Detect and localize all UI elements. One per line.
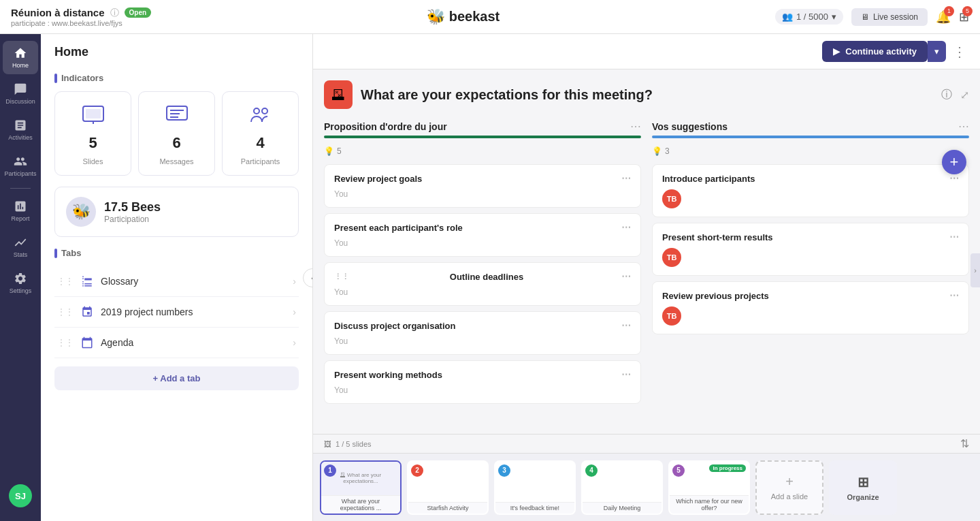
agenda-card-2-author: You [334,287,631,297]
agenda-card-0: Review project goals ⋯ You [324,164,641,208]
chart-icon [79,304,95,320]
sidebar-item-home[interactable]: Home [3,41,38,74]
live-session-button[interactable]: 🖥 Live session [851,8,928,26]
tab-glossary[interactable]: ⋮⋮ Glossary › [54,266,299,297]
add-slide-button[interactable]: + Add a slide [755,460,823,515]
agenda-card-4: Present working methods ⋯ You [324,360,641,404]
user-avatar[interactable]: SJ [9,484,32,507]
add-card-fab[interactable]: + [942,150,966,174]
indicators-bar [54,74,57,83]
toolbar-more-icon[interactable]: ⋮ [953,44,966,60]
plus-icon: + [785,474,794,490]
agenda-card-0-dots[interactable]: ⋯ [621,173,631,184]
participants-count[interactable]: 👥 1 / 5000 ▾ [775,9,843,25]
columns-area: Proposition d'ordre du jour ⋯ 💡 5 Review… [324,120,969,423]
organize-button[interactable]: ⊞ Organize [829,460,897,515]
suggestion-card-1-avatar: TB [662,248,681,267]
logo: 🐝 beekast [427,8,500,26]
sidebar-label-discussion: Discussion [5,98,35,105]
suggestion-card-2-avatar: TB [662,306,681,326]
drag-handle-icon: ⋮⋮ [57,307,74,317]
participants-count: 4 [256,134,264,152]
bees-label: Participation [104,215,161,224]
notification-badge-2: 5 [962,6,973,16]
slide-item-3[interactable]: 3 It's feedback time! [494,460,576,515]
tabs-bar [54,249,57,258]
slide-item-5[interactable]: 5 In progress Which name for our new off… [668,460,750,515]
messages-label: Messages [159,157,193,165]
logo-text: beekast [449,9,500,25]
suggestion-card-0: Introduce participants ⋯ TB [652,164,969,217]
status-badge: Open [125,7,152,18]
svg-rect-1 [86,109,101,119]
drag-handle-icon: ⋮⋮ [57,338,74,347]
add-tab-button[interactable]: + Add a tab [54,366,299,390]
chevron-down-icon: ▾ [832,12,836,22]
activity-title: What are your expectations for this meet… [361,87,933,103]
right-panel-collapse[interactable]: › [970,253,980,287]
suggestion-card-2-title: Review previous projects ⋯ [662,290,959,301]
slide-item-4[interactable]: 4 Daily Meeting [581,460,663,515]
play-icon: ▶ [833,46,840,57]
chevron-right-icon: › [293,306,296,317]
agenda-card-4-dots[interactable]: ⋯ [621,369,631,380]
slide-3-num: 3 [498,464,510,477]
participate-url: participate : www.beekast.live/fjys [11,19,151,27]
sidebar-divider [10,188,31,189]
indicators-grid: 5 Slides 6 Messages [54,91,299,176]
slide-item-1[interactable]: 1 🗳 What are your expectations... What a… [320,460,402,515]
notification-badge-1: 1 [944,6,954,16]
tab-project-numbers[interactable]: ⋮⋮ 2019 project numbers › [54,297,299,328]
notifications-button[interactable]: 🔔 1 [936,10,951,25]
sidebar-item-stats[interactable]: Stats [3,230,38,264]
participants-label: Participants [241,157,280,165]
right-column-meta: 💡 3 [652,146,969,156]
agenda-card-4-title: Present working methods ⋯ [334,369,631,380]
bees-logo-icon: 🐝 [66,197,96,227]
activity-header: 🗳 What are your expectations for this me… [324,80,969,109]
agenda-card-3-author: You [334,336,631,346]
main-layout: Home Discussion Activities Participants … [0,34,980,521]
left-column-title: Proposition d'ordre du jour [324,121,630,132]
agenda-card-4-author: You [334,385,631,395]
apps-button[interactable]: ⊞ 5 [959,10,969,25]
sidebar-item-activities[interactable]: Activities [3,113,38,146]
continue-activity-button[interactable]: ▶ Continue activity [822,41,928,62]
messages-count: 6 [172,134,180,152]
topbar-right: 👥 1 / 5000 ▾ 🖥 Live session 🔔 1 ⊞ 5 [775,8,969,26]
sidebar-item-settings[interactable]: Settings [3,266,38,300]
suggestion-card-0-dots[interactable]: ⋯ [949,173,959,184]
left-column-header: Proposition d'ordre du jour ⋯ [324,120,641,133]
agenda-card-1-dots[interactable]: ⋯ [621,222,631,233]
bottom-wrapper: 🖼 1 / 5 slides ⇅ 1 🗳 What are your expec… [313,434,980,521]
sidebar-label-stats: Stats [14,251,28,258]
left-column-progress [324,136,641,138]
slide-5-badge: In progress [709,464,746,472]
topbar-left: Réunion à distance ⓘ Open participate : … [11,7,151,27]
tab-agenda[interactable]: ⋮⋮ Agenda › [54,328,299,358]
agenda-card-0-title: Review project goals ⋯ [334,173,631,184]
suggestion-card-0-title: Introduce participants ⋯ [662,173,959,184]
activity-logo-icon: 🗳 [324,80,353,109]
slide-5-label: Which name for our new offer? [670,495,749,514]
activity-info-icon[interactable]: ⓘ [941,88,952,102]
agenda-card-3-dots[interactable]: ⋯ [621,320,631,331]
suggestion-card-2-dots[interactable]: ⋯ [949,290,959,301]
sidebar-item-participants[interactable]: Participants [3,149,38,183]
activity-expand-icon[interactable]: ⤢ [960,89,969,101]
agenda-card-2-dots[interactable]: ⋯ [621,271,631,282]
continue-caret-button[interactable]: ▾ [928,41,946,62]
sidebar-item-report[interactable]: Report [3,194,38,227]
left-column: Proposition d'ordre du jour ⋯ 💡 5 Review… [324,120,641,423]
sort-icon[interactable]: ⇅ [960,437,969,450]
agenda-card-0-author: You [334,189,631,199]
suggestion-card-1-dots[interactable]: ⋯ [949,232,959,242]
slide-item-2[interactable]: 2 Starfish Activity [407,460,489,515]
sidebar-item-discussion[interactable]: Discussion [3,77,38,110]
topbar: Réunion à distance ⓘ Open participate : … [0,0,980,34]
right-column-dots[interactable]: ⋯ [958,120,969,133]
agenda-icon [79,334,95,351]
left-column-dots[interactable]: ⋯ [630,120,641,133]
slide-3-label: It's feedback time! [495,502,574,514]
info-icon[interactable]: ⓘ [110,7,119,19]
